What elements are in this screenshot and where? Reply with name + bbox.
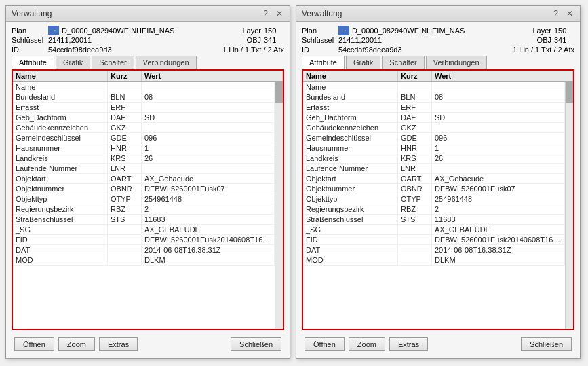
table-row[interactable]: Name [13,82,275,92]
plan-value: D_0000_082940WEINHEIM_NAS [352,26,532,35]
table-row[interactable]: MODDLKM [13,255,275,266]
cell-name: Bundesland [13,92,108,102]
tab-verbindungen[interactable]: Verbindungen [426,56,487,69]
title-bar-controls: ? ✕ [552,9,574,18]
close-button[interactable]: ✕ [565,9,574,18]
plan-icon[interactable]: → [338,26,349,35]
table-row[interactable]: FIDDEBWL5260001Eusk20140608T1638... [303,235,565,245]
table-row[interactable]: ErfasstERF [13,103,275,113]
cell-wert: DEBWL5260001Eusk07 [432,184,565,194]
cell-kurz [108,82,142,92]
table-row[interactable]: Name [303,82,565,92]
open-button[interactable]: Öffnen [14,337,54,351]
table-row[interactable]: StraßenschlüsselSTS11683 [303,215,565,225]
table-row[interactable]: HausnummerHNR1 [303,143,565,153]
table-row[interactable]: RegierungsbezirkRBZ2 [303,204,565,215]
col-header-wert: Wert [432,71,573,81]
plan-label: Plan [302,26,336,35]
table-scroll-area: NameBundeslandBLN08ErfasstERFGeb_Dachfor… [13,82,283,329]
cell-kurz: HNR [108,143,142,153]
table-row[interactable]: _SGAX_GEBAEUDE [303,225,565,235]
close-button[interactable]: Schließen [231,337,281,351]
table-row[interactable]: BundeslandBLN08 [303,92,565,103]
table-row[interactable]: DAT2014-06-08T16:38:31Z [13,245,275,255]
table-row[interactable]: _SGAX_GEBAEUDE [13,225,275,235]
table-row[interactable]: HausnummerHNR1 [13,143,275,153]
obj-label: OBJ [537,36,551,44]
cell-kurz: LNR [108,164,142,173]
tab-verbindungen[interactable]: Verbindungen [136,56,197,69]
dialog-1: Verwaltung ? ✕ Plan → D_0000_082940WEINH… [5,5,290,359]
table-row[interactable]: Geb_DachformDAFSD [13,113,275,123]
table-row[interactable]: Laufende NummerLNR [13,164,275,174]
table-row[interactable]: BundeslandBLN08 [13,92,275,103]
tab-attribute[interactable]: Attribute [302,56,345,69]
cell-wert [432,123,565,132]
help-button[interactable]: ? [552,9,560,18]
table-row[interactable]: ObjektartOARTAX_Gebaeude [13,174,275,184]
zoom-button[interactable]: Zoom [58,337,95,351]
cell-wert: 11683 [142,215,275,224]
attribute-table: NameKurzWertNameBundeslandBLN08ErfasstER… [12,69,284,330]
plan-icon[interactable]: → [48,26,59,35]
help-button[interactable]: ? [262,9,269,18]
cell-wert: 1 [142,143,275,153]
table-row[interactable]: ObjekttypOTYP254961448 [303,194,565,204]
cell-wert: 08 [142,92,275,102]
tab-schalter[interactable]: Schalter [382,56,424,69]
tab-attribute[interactable]: Attribute [12,56,54,69]
obj-value: 341 [554,36,574,44]
tab-grafik[interactable]: Grafik [346,56,380,69]
scrollbar[interactable] [565,82,573,329]
table-row[interactable]: DAT2014-06-08T16:38:31Z [303,245,565,255]
table-row[interactable]: ObjekttypOTYP254961448 [13,194,275,204]
table-row[interactable]: GebäudekennzeichenGKZ [13,123,275,133]
cell-wert: 254961448 [142,194,275,204]
cell-name: DAT [303,245,398,255]
table-row[interactable]: LandkreisKRS26 [303,153,565,164]
cell-name: Hausnummer [303,143,398,153]
ref-value: 1 Lin / 1 Txt / 2 Atx [222,45,284,54]
cell-name: Gebäudekennzeichen [13,123,108,132]
table-row[interactable]: Geb_DachformDAFSD [303,113,565,123]
table-row[interactable]: LandkreisKRS26 [13,153,275,164]
table-row[interactable]: GemeindeschlüsselGDE096 [13,133,275,143]
table-row[interactable]: FIDDEBWL5260001Eusk20140608T1638... [13,235,275,245]
cell-name: Gemeindeschlüssel [13,133,108,143]
extras-button[interactable]: Extras [99,337,138,351]
id-value: 54ccdaf98deea9d3 [45,45,222,54]
zoom-button[interactable]: Zoom [349,337,385,351]
cell-wert [142,103,275,112]
dialog-2: Verwaltung ? ✕ Plan → D_0000_082940WEINH… [296,5,581,359]
table-row[interactable]: ObjektnummerOBNRDEBWL5260001Eusk07 [303,184,565,194]
close-button[interactable]: Schließen [521,337,572,351]
table-row[interactable]: StraßenschlüsselSTS11683 [13,215,275,225]
cell-kurz: OTYP [108,194,142,204]
table-row[interactable]: MODDLKM [303,255,565,266]
table-row[interactable]: GemeindeschlüsselGDE096 [303,133,565,143]
cell-wert [142,123,275,132]
table-body[interactable]: NameBundeslandBLN08ErfasstERFGeb_Dachfor… [13,82,275,329]
table-row[interactable]: ObjektnummerOBNRDEBWL5260001Eusk07 [13,184,275,194]
close-button[interactable]: ✕ [275,9,284,18]
attribute-table: NameKurzWertNameBundeslandBLN08ErfasstER… [302,69,574,330]
open-button[interactable]: Öffnen [305,337,345,351]
cell-wert: DEBWL5260001Eusk20140608T1638... [432,235,565,244]
table-row[interactable]: ErfasstERF [303,103,565,113]
cell-kurz: OBNR [108,184,142,194]
id-value: 54ccdaf98deea9d3 [336,45,513,54]
extras-button[interactable]: Extras [389,337,428,351]
layer-label: Layer [532,26,551,35]
tab-schalter[interactable]: Schalter [92,56,134,69]
cell-name: FID [303,235,398,244]
cell-kurz: GDE [108,133,142,143]
table-row[interactable]: RegierungsbezirkRBZ2 [13,204,275,215]
table-row[interactable]: GebäudekennzeichenGKZ [303,123,565,133]
table-row[interactable]: ObjektartOARTAX_Gebaeude [303,174,565,184]
scrollbar[interactable] [275,82,283,329]
table-body[interactable]: NameBundeslandBLN08ErfasstERFGeb_Dachfor… [303,82,565,329]
table-row[interactable]: Laufende NummerLNR [303,164,565,174]
cell-wert: SD [432,113,565,122]
tab-grafik[interactable]: Grafik [56,56,90,69]
cell-kurz [398,82,432,92]
